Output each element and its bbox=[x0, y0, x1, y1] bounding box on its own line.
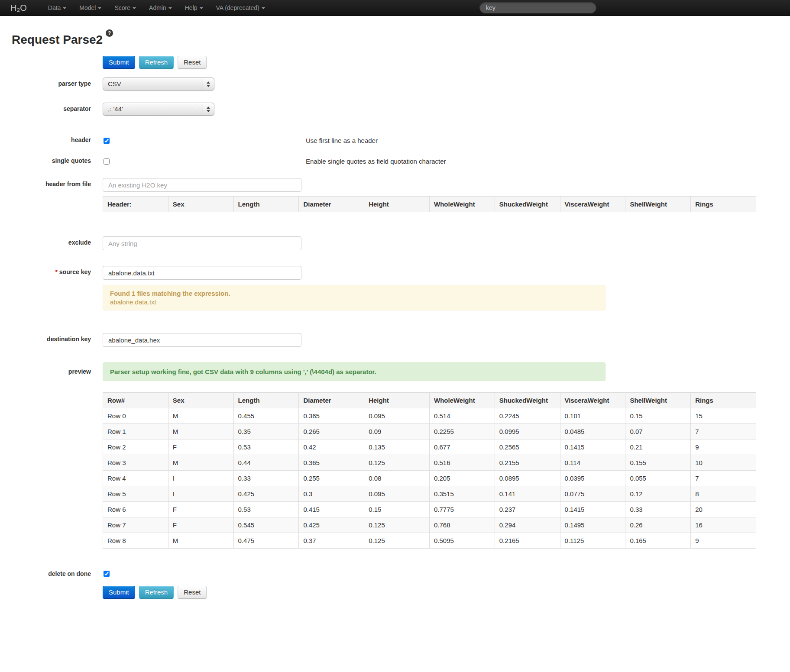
column-header: Length bbox=[233, 393, 299, 408]
nav-item-model[interactable]: Model bbox=[73, 0, 108, 16]
table-row: Row 6F0.530.4150.150.77750.2370.14150.33… bbox=[103, 502, 756, 517]
table-cell: 0.455 bbox=[233, 408, 299, 424]
table-cell: 0.425 bbox=[233, 486, 299, 502]
table-cell: 0.07 bbox=[625, 424, 691, 439]
refresh-button[interactable]: Refresh bbox=[139, 586, 174, 599]
column-header: Header: bbox=[103, 197, 168, 212]
table-row: Row 8M0.4750.370.1250.50950.21650.11250.… bbox=[103, 533, 756, 549]
form-row-header: header Use first line as a header bbox=[12, 136, 773, 144]
table-cell: 0.415 bbox=[299, 502, 364, 517]
table-cell: 0.265 bbox=[299, 424, 364, 439]
header-label: header bbox=[12, 136, 91, 143]
form-row-destination-key: destination key bbox=[12, 333, 773, 347]
table-cell: 0.365 bbox=[299, 455, 364, 471]
nav-item-admin[interactable]: Admin bbox=[142, 0, 178, 16]
table-cell: 0.125 bbox=[364, 455, 430, 471]
separator-select[interactable]: ,: '44' bbox=[103, 103, 214, 116]
column-header: Height bbox=[364, 393, 430, 408]
nav-item-score[interactable]: Score bbox=[108, 0, 142, 16]
destination-key-label: destination key bbox=[12, 333, 91, 342]
page-title-text: Request Parse2 bbox=[12, 33, 103, 46]
help-icon[interactable]: ? bbox=[106, 29, 113, 37]
table-cell: 0.135 bbox=[364, 439, 430, 455]
parser-type-select[interactable]: CSV bbox=[103, 78, 214, 90]
table-cell: 0.1125 bbox=[560, 533, 625, 549]
table-cell: M bbox=[168, 455, 233, 471]
table-cell: 0.101 bbox=[560, 408, 625, 424]
table-cell: 0.2565 bbox=[495, 439, 560, 455]
nav-item-va-deprecated[interactable]: VA (deprecated) bbox=[210, 0, 272, 16]
single-quotes-checkbox[interactable] bbox=[104, 158, 110, 165]
exclude-input[interactable] bbox=[103, 236, 301, 250]
table-row: Row 5I0.4250.30.0950.35150.1410.07750.12… bbox=[103, 486, 756, 502]
table-cell: 0.3515 bbox=[429, 486, 495, 502]
header-checkbox[interactable] bbox=[104, 138, 110, 144]
column-header: Rings bbox=[691, 197, 756, 212]
table-cell: M bbox=[168, 533, 233, 549]
nav-item-data[interactable]: Data bbox=[42, 0, 73, 16]
table-cell: 0.2245 bbox=[495, 408, 560, 424]
table-cell: 0.37 bbox=[299, 533, 364, 549]
table-cell: 0.15 bbox=[625, 408, 691, 424]
column-header: VisceraWeight bbox=[560, 197, 625, 212]
chevron-down-icon bbox=[98, 7, 101, 9]
header-from-file-input[interactable] bbox=[103, 178, 301, 192]
reset-button[interactable]: Reset bbox=[178, 586, 207, 599]
table-cell: 0.255 bbox=[299, 471, 364, 486]
table-cell: 0.1415 bbox=[560, 439, 625, 455]
table-cell: 0.08 bbox=[364, 471, 430, 486]
table-cell: 0.2165 bbox=[495, 533, 560, 549]
submit-button[interactable]: Submit bbox=[103, 586, 135, 599]
column-header: VisceraWeight bbox=[560, 393, 625, 408]
parser-type-label: parser type bbox=[12, 78, 91, 87]
submit-button[interactable]: Submit bbox=[103, 56, 135, 69]
destination-key-input[interactable] bbox=[103, 333, 301, 347]
search-input[interactable] bbox=[479, 2, 596, 13]
table-cell: Row 7 bbox=[103, 517, 168, 533]
nav-item-label: Data bbox=[48, 4, 61, 11]
table-cell: 0.21 bbox=[625, 439, 691, 455]
h2o-logo[interactable]: H₂O bbox=[10, 3, 27, 13]
table-cell: 0.09 bbox=[364, 424, 430, 439]
table-cell: Row 1 bbox=[103, 424, 168, 439]
chevron-down-icon bbox=[133, 7, 136, 9]
table-cell: 7 bbox=[691, 471, 756, 486]
table-cell: 0.7775 bbox=[429, 502, 495, 517]
table-cell: 0.475 bbox=[233, 533, 299, 549]
nav-item-help[interactable]: Help bbox=[178, 0, 210, 16]
table-cell: 0.26 bbox=[625, 517, 691, 533]
table-cell: 0.141 bbox=[495, 486, 560, 502]
table-cell: 0.768 bbox=[429, 517, 495, 533]
preview-table: Row#SexLengthDiameterHeightWholeWeightSh… bbox=[103, 392, 756, 549]
file-match-alert-title: Found 1 files matching the expression. bbox=[110, 290, 598, 297]
table-cell: 0.3 bbox=[299, 486, 364, 502]
header-from-file-label: header from file bbox=[12, 178, 91, 187]
form-row-header-from-file: header from file Header:SexLengthDiamete… bbox=[12, 178, 773, 212]
navbar: H₂O Data Model Score Admin Help VA (depr… bbox=[0, 0, 790, 16]
table-cell: 0.53 bbox=[233, 502, 299, 517]
table-cell: 0.095 bbox=[364, 408, 430, 424]
chevron-down-icon bbox=[168, 7, 172, 9]
source-key-input[interactable] bbox=[103, 266, 301, 280]
column-header: Sex bbox=[168, 197, 233, 212]
table-cell: 0.0775 bbox=[560, 486, 625, 502]
nav-item-label: VA (deprecated) bbox=[216, 4, 259, 11]
table-row: Row 3M0.440.3650.1250.5160.21550.1140.15… bbox=[103, 455, 756, 471]
refresh-button[interactable]: Refresh bbox=[139, 56, 174, 69]
table-cell: 0.53 bbox=[233, 439, 299, 455]
table-cell: 0.33 bbox=[625, 502, 691, 517]
delete-on-done-checkbox[interactable] bbox=[104, 571, 110, 577]
form-row-source-key: *source key Found 1 files matching the e… bbox=[12, 266, 773, 310]
reset-button[interactable]: Reset bbox=[178, 56, 207, 69]
source-key-label: *source key bbox=[12, 266, 91, 275]
table-cell: 0.294 bbox=[495, 517, 560, 533]
table-cell: 0.2155 bbox=[495, 455, 560, 471]
table-cell: I bbox=[168, 471, 233, 486]
table-cell: Row 2 bbox=[103, 439, 168, 455]
table-cell: 0.12 bbox=[625, 486, 691, 502]
table-cell: Row 5 bbox=[103, 486, 168, 502]
table-cell: F bbox=[168, 502, 233, 517]
table-cell: Row 0 bbox=[103, 408, 168, 424]
column-header: ShuckedWeight bbox=[495, 197, 560, 212]
table-cell: 0.0895 bbox=[495, 471, 560, 486]
